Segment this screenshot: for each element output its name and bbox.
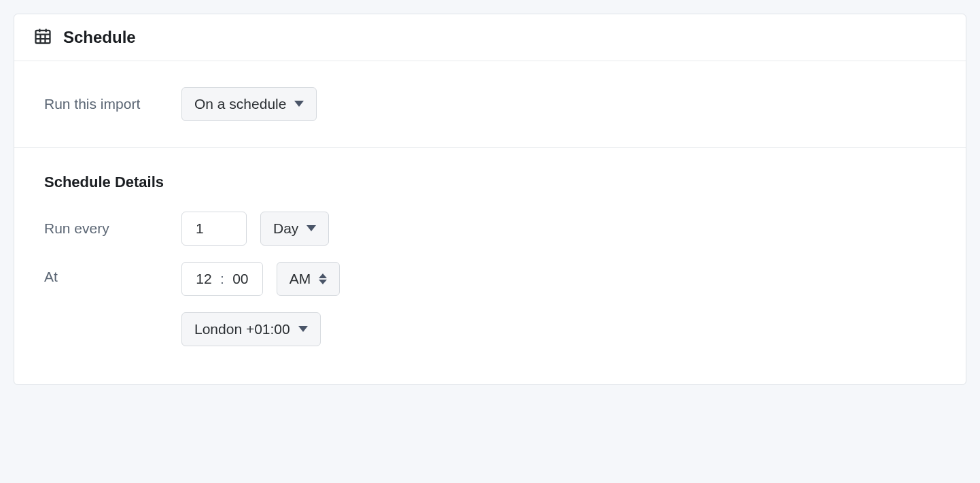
svg-marker-11	[298, 326, 308, 332]
schedule-details-section: Schedule Details Run every 1 Day At 12	[14, 148, 966, 384]
calendar-icon	[33, 27, 52, 48]
minute-value: 00	[231, 271, 250, 287]
svg-rect-0	[36, 31, 50, 44]
hour-value: 12	[194, 271, 213, 287]
run-every-label: Run every	[44, 220, 167, 237]
run-every-unit-value: Day	[273, 220, 298, 237]
card-header: Schedule	[14, 14, 966, 61]
sort-icon	[319, 273, 327, 284]
run-every-count-input[interactable]: 1	[181, 212, 247, 246]
meridiem-value: AM	[290, 271, 311, 287]
svg-marker-7	[294, 101, 304, 107]
run-import-selected: On a schedule	[194, 96, 286, 112]
run-import-section: Run this import On a schedule	[14, 61, 966, 148]
chevron-down-icon	[294, 101, 304, 107]
time-colon: :	[220, 271, 224, 287]
svg-marker-9	[319, 273, 327, 278]
card-title: Schedule	[63, 28, 136, 47]
timezone-dropdown[interactable]: London +01:00	[181, 312, 321, 346]
time-input[interactable]: 12 : 00	[181, 262, 263, 296]
at-label: At	[44, 262, 167, 285]
timezone-value: London +01:00	[194, 321, 290, 337]
schedule-card: Schedule Run this import On a schedule S…	[14, 14, 966, 385]
svg-marker-8	[307, 225, 316, 231]
svg-marker-10	[319, 280, 327, 284]
chevron-down-icon	[307, 225, 316, 232]
chevron-down-icon	[298, 326, 308, 333]
run-every-unit-dropdown[interactable]: Day	[260, 212, 329, 246]
run-import-label: Run this import	[44, 96, 167, 112]
run-import-dropdown[interactable]: On a schedule	[181, 87, 317, 121]
run-every-row: Run every 1 Day	[44, 212, 936, 246]
at-row: At 12 : 00 AM	[44, 262, 936, 346]
meridiem-toggle[interactable]: AM	[277, 262, 340, 296]
schedule-details-heading: Schedule Details	[44, 173, 936, 191]
